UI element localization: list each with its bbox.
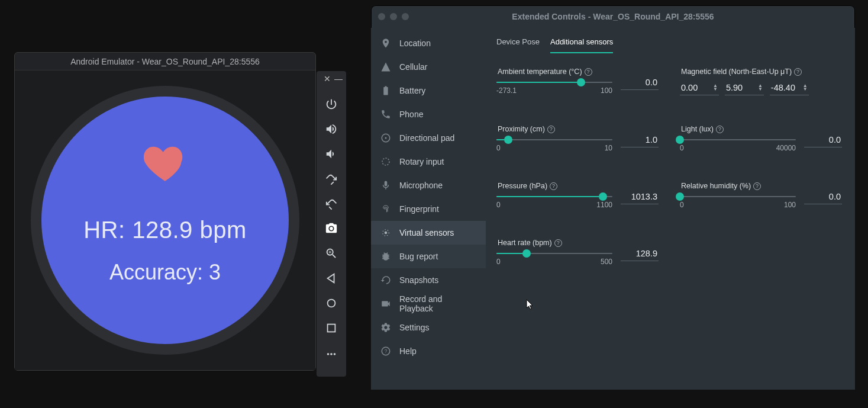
pressure-slider[interactable] [496, 196, 612, 197]
sidebar-item-label: Directional pad [399, 133, 454, 143]
sidebar-item-label: Rotary input [399, 157, 444, 166]
sensor-label: Heart rate (bpm) [498, 239, 552, 247]
svg-point-4 [334, 353, 336, 355]
emulator-body: HR: 128.9 bpm Accuracy: 3 [15, 70, 315, 370]
svg-point-6 [385, 137, 387, 139]
svg-rect-1 [328, 325, 335, 332]
emulator-window: Android Emulator - Wear_OS_Round_API_28:… [14, 52, 316, 371]
accuracy-text: Accuracy: 3 [109, 260, 221, 285]
extended-sidebar: Location Cellular Battery Phone Directio… [371, 28, 486, 390]
traffic-minimize[interactable] [390, 13, 397, 20]
window-traffic-lights[interactable] [378, 13, 409, 20]
magnetic-x-input[interactable]: 0.00▲▼ [680, 82, 719, 95]
sidebar-item-label: Record and Playback [399, 294, 476, 313]
watch-face[interactable]: HR: 128.9 bpm Accuracy: 3 [41, 97, 289, 344]
rotate-right-icon[interactable] [317, 192, 346, 216]
home-icon[interactable] [317, 291, 346, 315]
sidebar-item-label: Help [399, 346, 417, 356]
sensor-label: Ambient temperature (°C) [498, 68, 582, 76]
magnetic-z-input[interactable]: -48.40▲▼ [770, 82, 809, 95]
heart-icon [138, 139, 192, 187]
sidebar-item-record[interactable]: Record and Playback [371, 292, 486, 316]
light-value[interactable]: 0.0 [804, 134, 842, 147]
help-icon[interactable]: ? [585, 68, 592, 76]
sidebar-item-rotary[interactable]: Rotary input [371, 150, 486, 174]
ambient-temp-slider[interactable] [496, 82, 612, 83]
proximity-slider[interactable] [496, 139, 612, 140]
sidebar-item-virtual-sensors[interactable]: Virtual sensors [371, 221, 486, 245]
watch-bezel: HR: 128.9 bpm Accuracy: 3 [31, 86, 299, 355]
volume-down-icon[interactable] [317, 142, 346, 166]
svg-point-7 [382, 158, 389, 165]
traffic-zoom[interactable] [402, 13, 409, 20]
sensor-humidity: Relative humidity (%)? 0100 0.0 [680, 182, 842, 209]
sensor-label: Light (lux) [681, 125, 714, 133]
sidebar-item-settings[interactable]: Settings [371, 316, 486, 339]
sidebar-item-cellular[interactable]: Cellular [371, 55, 486, 79]
sidebar-item-location[interactable]: Location [371, 31, 486, 55]
extended-titlebar[interactable]: Extended Controls - Wear_OS_Round_API_28… [371, 5, 855, 28]
magnetic-y-input[interactable]: 5.90▲▼ [725, 82, 764, 95]
heart-rate-value[interactable]: 128.9 [621, 248, 659, 261]
sidebar-item-label: Cellular [399, 62, 427, 72]
svg-point-3 [330, 353, 333, 355]
sidebar-item-label: Location [399, 38, 431, 48]
tab-device-pose[interactable]: Device Pose [496, 37, 540, 53]
help-icon[interactable]: ? [547, 126, 555, 133]
sidebar-item-snapshots[interactable]: Snapshots [371, 268, 486, 292]
camera-icon[interactable] [317, 217, 346, 240]
sensor-label: Magnetic field (North-East-Up μT) [681, 68, 792, 76]
volume-up-icon[interactable] [317, 117, 346, 141]
more-icon[interactable] [317, 342, 346, 366]
sensor-light: Light (lux)? 040000 0.0 [680, 125, 842, 152]
sensor-label: Pressure (hPa) [498, 182, 547, 190]
light-slider[interactable] [680, 139, 796, 140]
proximity-value[interactable]: 1.0 [621, 134, 659, 147]
ambient-temp-value[interactable]: 0.0 [621, 76, 659, 90]
overview-icon[interactable] [317, 316, 346, 340]
sensor-heart-rate: Heart rate (bpm)? 0500 128.9 [496, 239, 659, 266]
emulator-title: Android Emulator - Wear_OS_Round_API_28:… [15, 53, 315, 70]
sidebar-item-fingerprint[interactable]: Fingerprint [371, 197, 486, 221]
svg-text:?: ? [385, 349, 388, 354]
extended-controls-window: Extended Controls - Wear_OS_Round_API_28… [371, 5, 855, 390]
traffic-close[interactable] [378, 13, 385, 20]
help-icon[interactable]: ? [794, 68, 802, 76]
sensor-label: Proximity (cm) [498, 125, 545, 133]
sidebar-item-label: Bug report [399, 252, 438, 261]
heart-rate-text: HR: 128.9 bpm [83, 217, 247, 243]
rotate-left-icon[interactable] [317, 167, 346, 191]
sidebar-item-phone[interactable]: Phone [371, 102, 486, 126]
tab-additional-sensors[interactable]: Additional sensors [550, 37, 613, 53]
sidebar-item-label: Fingerprint [399, 204, 439, 214]
close-icon[interactable]: ✕ [324, 75, 331, 88]
svg-point-8 [385, 232, 388, 234]
sidebar-item-bug-report[interactable]: Bug report [371, 245, 486, 268]
sensor-proximity: Proximity (cm)? 010 1.0 [496, 125, 659, 152]
extended-main-panel: Device Pose Additional sensors Ambient t… [486, 28, 855, 390]
help-icon[interactable]: ? [554, 239, 562, 247]
help-icon[interactable]: ? [716, 126, 724, 133]
sidebar-item-label: Snapshots [399, 275, 438, 285]
minimize-icon[interactable]: — [334, 75, 343, 88]
sidebar-item-label: Settings [399, 323, 430, 332]
humidity-slider[interactable] [680, 196, 796, 197]
humidity-value[interactable]: 0.0 [804, 191, 842, 204]
help-icon[interactable]: ? [550, 182, 557, 190]
back-icon[interactable] [317, 266, 346, 290]
sidebar-item-label: Phone [399, 110, 423, 119]
sidebar-item-battery[interactable]: Battery [371, 79, 486, 102]
pressure-value[interactable]: 1013.3 [621, 191, 659, 204]
sensor-magnetic-field: Magnetic field (North-East-Up μT)? 0.00▲… [680, 68, 842, 95]
heart-rate-slider[interactable] [496, 253, 612, 254]
power-icon[interactable] [317, 92, 346, 116]
sidebar-item-help[interactable]: ?Help [371, 339, 486, 363]
svg-point-2 [327, 353, 330, 355]
help-icon[interactable]: ? [753, 182, 761, 190]
extended-window-title: Extended Controls - Wear_OS_Round_API_28… [371, 12, 855, 21]
zoom-in-icon[interactable] [317, 242, 346, 265]
sensor-label: Relative humidity (%) [681, 182, 751, 190]
sidebar-item-microphone[interactable]: Microphone [371, 174, 486, 197]
sidebar-item-dpad[interactable]: Directional pad [371, 126, 486, 150]
emulator-toolbar: ✕ — [317, 71, 346, 377]
